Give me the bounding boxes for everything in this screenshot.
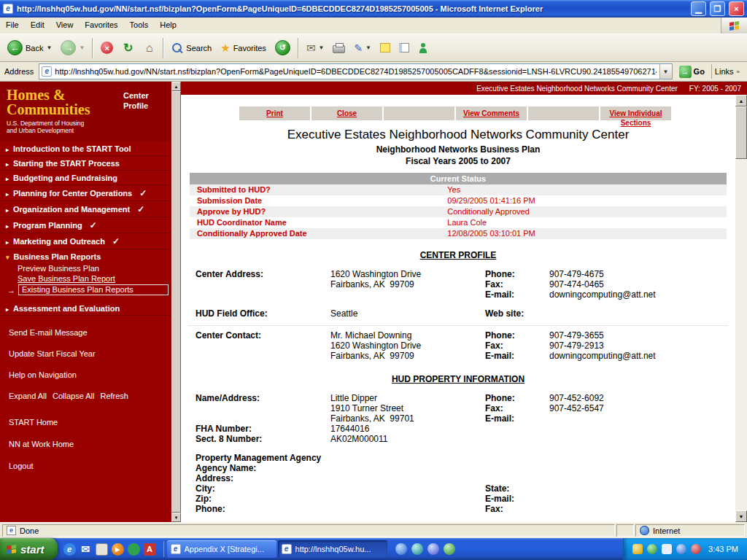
center-address-row: Center Address: 1620 Washington Drive Fa… bbox=[181, 269, 735, 300]
acrobat-quick-launch-icon[interactable]: A bbox=[144, 543, 156, 556]
volume-icon[interactable] bbox=[676, 544, 686, 554]
system-tray: 3:43 PM bbox=[623, 538, 747, 560]
menu-edit[interactable]: Edit bbox=[25, 18, 50, 34]
address-label: Address bbox=[3, 67, 35, 76]
update-icon[interactable] bbox=[647, 544, 657, 554]
discuss-button[interactable] bbox=[376, 36, 394, 60]
scrollbar-thumb[interactable] bbox=[735, 106, 747, 159]
links-chevron-icon: » bbox=[737, 69, 740, 75]
scroll-up-icon[interactable]: ▲ bbox=[735, 95, 747, 106]
outlook-quick-launch-icon[interactable]: ✉ bbox=[80, 543, 92, 556]
security-shield-icon[interactable] bbox=[632, 544, 643, 554]
sidebar-link-expand-all[interactable]: Expand All bbox=[9, 392, 47, 400]
address-input[interactable] bbox=[55, 67, 656, 76]
mail-icon: ✉ bbox=[306, 42, 316, 55]
sidebar-item-marketing[interactable]: ▸ Marketing and Outreach✓ bbox=[0, 233, 171, 249]
menu-view[interactable]: View bbox=[50, 18, 80, 34]
research-button[interactable] bbox=[395, 36, 413, 60]
home-button[interactable]: ⌂ bbox=[139, 36, 159, 60]
edit-button[interactable]: ✎ ▼ bbox=[350, 36, 375, 60]
sidebar-subitem-save-business-plan-report[interactable]: Save Business Plan Report bbox=[0, 273, 171, 284]
toolbar-separator bbox=[298, 38, 299, 58]
close-page-button[interactable]: Close bbox=[311, 106, 382, 120]
scroll-up-icon[interactable]: ▲ bbox=[171, 82, 181, 91]
sidebar-item-introduction[interactable]: ▸ Introduction to the START Tool bbox=[0, 141, 171, 156]
start-button[interactable]: start bbox=[0, 538, 58, 560]
sidebar-link-update-fiscal-year[interactable]: Update Start Fiscal Year bbox=[0, 349, 171, 358]
history-button[interactable]: ↺ bbox=[271, 36, 294, 60]
status-spacer-panel bbox=[616, 524, 634, 537]
address-field[interactable]: e ▼ bbox=[39, 63, 672, 79]
favorites-button[interactable]: ★ Favorites bbox=[217, 36, 270, 60]
sidebar-link-nn-at-work-home[interactable]: NN at Work Home bbox=[0, 440, 171, 448]
menu-file[interactable]: File bbox=[0, 18, 25, 34]
antivirus-icon[interactable] bbox=[691, 544, 701, 554]
sidebar-link-help-navigation[interactable]: Help on Navigation bbox=[0, 370, 171, 379]
menu-favorites[interactable]: Favorites bbox=[79, 18, 123, 34]
mail-dropdown-icon[interactable]: ▼ bbox=[318, 44, 324, 51]
ie-quick-launch-icon[interactable]: e bbox=[63, 543, 76, 556]
forward-button[interactable]: → ▼ bbox=[57, 36, 88, 60]
back-dropdown-icon[interactable]: ▼ bbox=[46, 44, 52, 51]
view-individual-sections-button[interactable]: View Individual Sections bbox=[600, 106, 671, 120]
menu-help[interactable]: Help bbox=[154, 18, 182, 34]
scroll-down-icon[interactable]: ▼ bbox=[171, 513, 181, 522]
security-zone-panel: Internet bbox=[635, 524, 745, 537]
browser-content: Homes & Communities U.S. Department of H… bbox=[0, 82, 747, 522]
sidebar-subitem-preview-business-plan[interactable]: Preview Business Plan bbox=[0, 263, 171, 273]
sidebar-link-logout[interactable]: Logout bbox=[0, 462, 171, 470]
network-icon[interactable] bbox=[662, 544, 672, 554]
shortcut-icon[interactable] bbox=[411, 543, 423, 555]
stop-button[interactable]: × bbox=[97, 36, 117, 60]
sidebar-link-collapse-all[interactable]: Collapse All bbox=[53, 392, 94, 400]
section-label: Center Profile bbox=[123, 90, 163, 111]
sidebar-scrollbar[interactable]: ▲ ▼ bbox=[171, 82, 181, 522]
go-button[interactable]: → Go bbox=[676, 66, 708, 78]
hud-logo[interactable]: Homes & Communities U.S. Department of H… bbox=[0, 82, 171, 141]
address-dropdown-icon[interactable]: ▼ bbox=[659, 64, 672, 79]
mail-button[interactable]: ✉ ▼ bbox=[303, 36, 328, 60]
restore-button[interactable]: ❐ bbox=[710, 1, 725, 16]
task-button-appendix[interactable]: e Appendix X [Strategi... bbox=[167, 540, 276, 558]
sidebar-link-send-email[interactable]: Send E-mail Message bbox=[0, 328, 171, 337]
pma-row: Agency Name: bbox=[181, 463, 735, 473]
search-button[interactable]: Search bbox=[168, 36, 215, 60]
sidebar-item-starting[interactable]: ▸ Starting the START Process bbox=[0, 156, 171, 171]
print-button[interactable] bbox=[329, 36, 349, 60]
sidebar-item-organization[interactable]: ▸ Organization and Management✓ bbox=[0, 201, 171, 217]
back-button[interactable]: ← Back ▼ bbox=[4, 36, 55, 60]
shortcut-icon[interactable] bbox=[444, 543, 455, 555]
close-button[interactable]: × bbox=[729, 1, 744, 16]
page-favicon: e bbox=[42, 66, 52, 77]
refresh-button[interactable]: ↻ bbox=[118, 36, 138, 60]
sidebar-item-assessment[interactable]: ▸ Assessment and Evaluation bbox=[0, 301, 171, 316]
messenger-quick-launch-icon[interactable] bbox=[128, 543, 140, 556]
internet-globe-icon bbox=[640, 526, 649, 535]
task-button-current-page[interactable]: e http://lnshhq05w.hu... bbox=[278, 540, 387, 558]
show-desktop-icon[interactable] bbox=[96, 543, 108, 556]
sidebar-item-program-planning[interactable]: ▸ Program Planning✓ bbox=[0, 217, 171, 233]
scrollbar-thumb[interactable] bbox=[171, 91, 181, 513]
menu-tools[interactable]: Tools bbox=[124, 18, 155, 34]
shortcut-icon[interactable] bbox=[427, 543, 439, 555]
sidebar-item-budgeting[interactable]: ▸ Budgeting and Fundraising bbox=[0, 171, 171, 185]
page-scrollbar[interactable]: ▲ ▼ bbox=[735, 95, 747, 522]
sidebar-link-start-home[interactable]: START Home bbox=[0, 418, 171, 427]
media-player-icon[interactable]: ▸ bbox=[112, 543, 124, 556]
view-comments-button[interactable]: View Comments bbox=[456, 106, 527, 120]
links-toolbar[interactable]: Links » bbox=[711, 64, 744, 79]
scroll-down-icon[interactable]: ▼ bbox=[735, 510, 747, 522]
sidebar-item-planning[interactable]: ▸ Planning for Center Operations✓ bbox=[0, 185, 171, 201]
messenger-button[interactable] bbox=[414, 36, 432, 60]
edit-dropdown-icon[interactable]: ▼ bbox=[365, 44, 371, 51]
shortcut-icon[interactable] bbox=[395, 543, 407, 555]
property-management-agency-heading: Property Management Agency bbox=[181, 453, 735, 463]
print-page-button[interactable]: Print bbox=[239, 106, 310, 120]
quick-launch-bar: e ✉ ▸ A bbox=[58, 538, 162, 560]
sidebar-link-refresh[interactable]: Refresh bbox=[100, 392, 128, 400]
sidebar-item-business-plan-reports[interactable]: ▾ Business Plan Reports bbox=[0, 249, 171, 263]
sidebar-subitem-existing-business-plan-reports[interactable]: → Existing Business Plan Reports bbox=[0, 284, 171, 297]
minimize-button[interactable]: ▁ bbox=[691, 1, 706, 16]
page-icon: e bbox=[7, 526, 16, 535]
scrollbar-track[interactable] bbox=[735, 159, 747, 510]
